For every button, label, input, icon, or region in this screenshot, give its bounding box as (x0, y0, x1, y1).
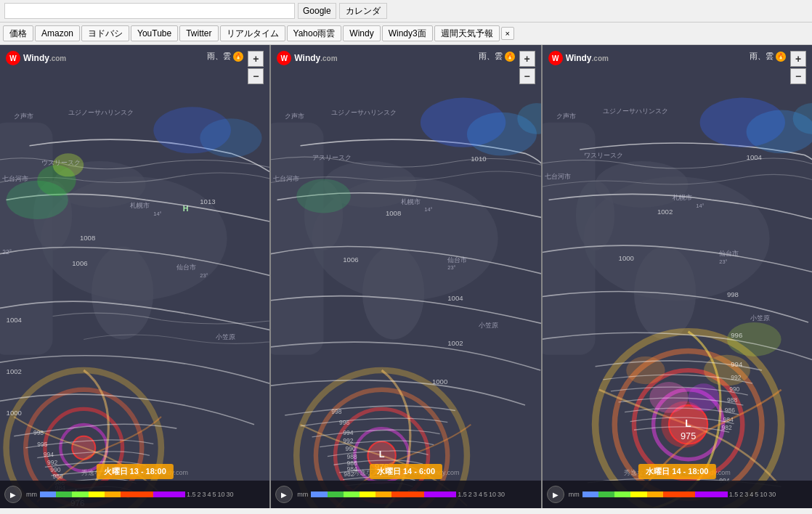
bookmark-kakaku[interactable]: 価格 (3, 25, 33, 41)
zoom-in-button-3[interactable]: + (790, 51, 806, 67)
svg-text:994: 994 (731, 360, 743, 368)
rain-label-1: 雨、雲 (207, 51, 231, 62)
zoom-in-button-2[interactable]: + (519, 51, 535, 67)
bookmark-weekly[interactable]: 週間天気予報 (434, 25, 500, 41)
bottom-bar-1: ▶ mm 1.5 2 3 4 5 10 30 (0, 481, 269, 508)
svg-text:小笠原: 小笠原 (479, 322, 498, 329)
svg-text:ユジノーサハリンスク: ユジノーサハリンスク (68, 109, 134, 116)
svg-text:仙台市: 仙台市 (176, 264, 196, 271)
bookmark-twitter[interactable]: Twitter (179, 25, 218, 41)
fire-icon-3: 🔥 (776, 52, 786, 62)
svg-text:ク声市: ク声市 (556, 113, 576, 120)
svg-text:ワスリースク: ワスリースク (583, 152, 622, 159)
bookmark-windy[interactable]: Windy (343, 25, 380, 41)
svg-text:14°: 14° (696, 203, 704, 209)
zoom-controls-1: + − (248, 51, 264, 84)
svg-text:990: 990 (346, 445, 356, 452)
bottom-bar-3: ▶ mm 1.5 2 3 4 5 10 30 (543, 481, 812, 508)
play-button-1[interactable]: ▶ (4, 486, 22, 503)
top-bar: Google カレンダ (0, 0, 812, 23)
svg-text:1002: 1002 (657, 208, 673, 216)
svg-text:1000: 1000 (618, 254, 633, 262)
bookmark-youtube[interactable]: YouTube (131, 25, 178, 41)
svg-text:23°: 23° (448, 264, 456, 271)
svg-text:988: 988 (347, 453, 357, 460)
scale-b3-3: 3 (744, 491, 748, 498)
svg-text:1004: 1004 (7, 316, 23, 324)
scale-bar-1 (40, 491, 185, 497)
svg-text:14°: 14° (153, 211, 161, 217)
map-panel-3: 1004 1002 1000 998 996 994 992 990 988 (543, 45, 812, 508)
svg-text:988: 988 (727, 396, 737, 404)
play-button-3[interactable]: ▶ (547, 486, 564, 503)
search-button[interactable]: Google (298, 3, 336, 19)
bookmark-windy3[interactable]: Windy3面 (382, 25, 433, 41)
bookmarks-bar: 価格 Amazon ヨドバシ YouTube Twitter リアルタイム Ya… (0, 23, 812, 45)
svg-text:984: 984 (723, 416, 733, 423)
windy-logo-2: W Windy.com (277, 51, 337, 65)
svg-text:998: 998 (332, 408, 342, 415)
scale-b3-7: 30 (768, 491, 776, 498)
bookmark-close-button[interactable]: × (501, 27, 514, 40)
timestamp-1: 火曜日 13 - 18:00 (97, 464, 174, 479)
bookmark-yodobashi[interactable]: ヨドバシ (81, 25, 129, 41)
wind-scale-3: mm 1.5 2 3 4 5 10 30 (569, 491, 808, 498)
bookmark-amazon[interactable]: Amazon (35, 25, 80, 41)
scale-val-4: 4 (208, 491, 211, 498)
svg-text:1006: 1006 (72, 259, 87, 267)
svg-text:994: 994 (44, 451, 54, 458)
search-input[interactable] (4, 3, 295, 19)
timestamp-3: 水曜日 14 - 18:00 (638, 464, 715, 479)
svg-text:1006: 1006 (344, 256, 359, 264)
svg-text:1000: 1000 (7, 409, 22, 417)
svg-text:札幌市: 札幌市 (673, 194, 692, 201)
wind-scale-1: mm 1.5 2 3 4 5 10 30 (26, 491, 265, 498)
calendar-button[interactable]: カレンダ (339, 3, 387, 19)
svg-text:23°: 23° (200, 272, 208, 279)
svg-point-30 (200, 118, 261, 157)
play-button-2[interactable]: ▶ (275, 486, 293, 503)
svg-text:札幌市: 札幌市 (402, 198, 421, 205)
zoom-out-button-1[interactable]: − (248, 68, 264, 84)
scale-b2-4: 4 (479, 491, 482, 498)
zoom-out-button-2[interactable]: − (519, 68, 535, 84)
windy-icon-1: W (6, 51, 20, 65)
scale-b2-2: 2 (468, 491, 472, 498)
windy-text-2: Windy.com (294, 53, 337, 63)
zoom-out-button-3[interactable]: − (790, 68, 806, 84)
scale-label-1: mm (26, 491, 37, 498)
scale-val-1: 1.5 (187, 491, 196, 498)
weather-badge-2: 雨、雲 🔥 (479, 51, 515, 62)
bookmark-yahoo-rain[interactable]: Yahoo雨雲 (287, 25, 342, 41)
svg-text:14°: 14° (425, 206, 433, 213)
svg-text:994: 994 (344, 429, 354, 436)
zoom-in-button-1[interactable]: + (248, 51, 264, 67)
scale-bar-2 (311, 491, 456, 497)
map-panel-2: 1010 1008 1006 1004 1002 1000 998 996 99… (271, 45, 542, 508)
wind-scale-2: mm 1.5 2 3 4 5 10 30 (297, 491, 536, 498)
svg-point-2 (92, 246, 153, 339)
scale-val-7: 30 (227, 491, 234, 498)
svg-text:996: 996 (731, 331, 742, 339)
bookmark-realtime[interactable]: リアルタイム (220, 25, 285, 41)
windy-text-1: Windy.com (23, 53, 66, 63)
map-background-2: 1010 1008 1006 1004 1002 1000 998 996 99… (271, 45, 540, 508)
maps-container: 1013 H 1008 1006 1004 1002 1000 998 995 … (0, 45, 812, 508)
scale-b2-6: 10 (489, 491, 496, 498)
rain-label-2: 雨、雲 (479, 51, 503, 62)
svg-text:1008: 1008 (80, 234, 95, 242)
svg-text:ク声市: ク声市 (14, 113, 33, 120)
scale-label-2: mm (297, 491, 308, 498)
scale-b2-3: 3 (474, 491, 477, 498)
svg-text:992: 992 (344, 437, 354, 444)
svg-text:ク声市: ク声市 (285, 113, 305, 120)
svg-point-101 (727, 322, 781, 356)
svg-point-45 (362, 246, 424, 339)
zoom-controls-2: + − (519, 51, 535, 84)
svg-text:ユジノーサハリンスク: ユジノーサハリンスク (332, 109, 397, 116)
svg-point-72 (297, 179, 352, 213)
svg-text:七台河市: 七台河市 (2, 175, 28, 182)
rain-label-3: 雨、雲 (750, 51, 774, 62)
scale-val-3: 3 (203, 491, 206, 498)
svg-text:小笠原: 小笠原 (750, 314, 770, 322)
